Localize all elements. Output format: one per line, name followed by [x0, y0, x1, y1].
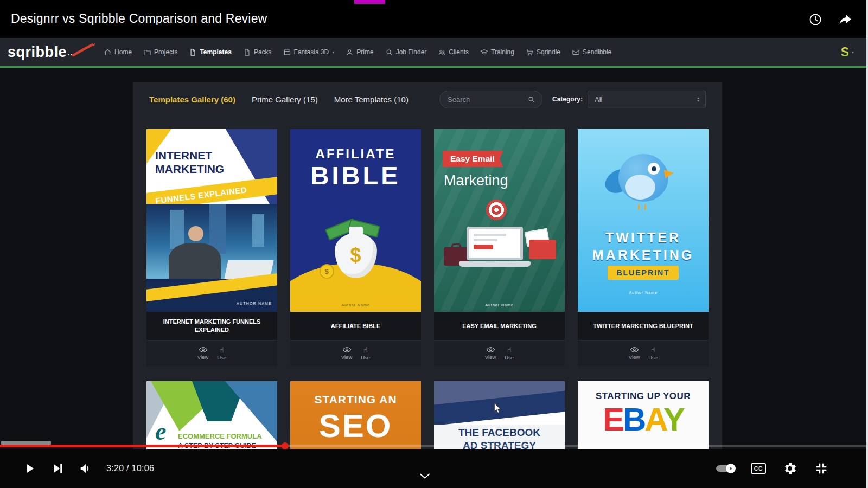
- document-icon: [189, 48, 197, 56]
- card-actions: View ☝ Use: [578, 340, 709, 366]
- pointer-icon: ☝: [363, 346, 368, 354]
- tab-more-templates[interactable]: More Templates (10): [334, 95, 409, 104]
- cover-title: SEO: [290, 407, 421, 445]
- watch-later-button[interactable]: [808, 12, 822, 29]
- template-cover[interactable]: TWITTER MARKETING BLUEPRINT Author Name: [578, 129, 709, 312]
- toggle-knob-icon: [726, 464, 736, 473]
- tab-prime-gallery[interactable]: Prime Gallery (15): [252, 95, 318, 104]
- gallery-tabs: Templates Gallery (60) Prime Gallery (15…: [149, 82, 409, 116]
- nav-item-projects[interactable]: Projects: [143, 48, 177, 56]
- search-icon: [527, 95, 535, 104]
- logo-text: sqribble: [8, 44, 67, 61]
- nav-item-job-finder[interactable]: Job Finder: [385, 48, 427, 56]
- chevron-down-icon: ▾: [852, 50, 854, 55]
- autoplay-toggle[interactable]: [716, 465, 735, 472]
- template-cover[interactable]: Easy Email Marketing: [434, 129, 565, 312]
- chevron-down-icon: ▾: [332, 50, 334, 55]
- card-actions: View ☝ Use: [434, 340, 565, 366]
- sqribble-logo[interactable]: sqribble...: [8, 44, 75, 61]
- use-button[interactable]: ☝ Use: [505, 346, 514, 361]
- collapse-chevron-button[interactable]: [419, 473, 430, 481]
- bird-illustration: [618, 154, 668, 206]
- cover-badge: BLUEPRINT: [578, 266, 709, 280]
- laptop-illustration: [434, 205, 565, 275]
- author-name: Author Name: [578, 291, 709, 294]
- template-cover[interactable]: AFFILIATE BIBLE $ $ Author Name: [290, 129, 421, 312]
- cover-photo: [146, 204, 277, 279]
- template-title: TWITTER MARKETING BLUEPRINT: [578, 312, 709, 340]
- play-icon: [22, 461, 37, 476]
- cover-title: Marketing: [444, 172, 508, 189]
- view-button[interactable]: View: [629, 346, 640, 360]
- pointer-icon: ☝: [220, 346, 224, 354]
- volume-button[interactable]: [78, 461, 93, 476]
- cover-title: TWITTER: [578, 230, 709, 246]
- next-button[interactable]: [50, 461, 65, 476]
- nav-item-fantasia-3d[interactable]: Fantasia 3D ▾: [283, 48, 335, 56]
- nav-item-home[interactable]: Home: [104, 48, 132, 56]
- pencil-icon: [71, 42, 96, 59]
- recorded-browser-strip: [354, 0, 385, 4]
- share-button[interactable]: [838, 12, 853, 29]
- view-button[interactable]: View: [485, 346, 496, 360]
- home-icon: [104, 48, 112, 56]
- nav-item-prime[interactable]: Prime: [346, 48, 373, 56]
- author-name: Author Name: [434, 303, 565, 307]
- template-cover[interactable]: STARTING AN SEO: [290, 381, 421, 449]
- template-title: INTERNET MARKETING FUNNELS EXPLAINED: [146, 312, 277, 340]
- template-cover[interactable]: INTERNET MARKETING FUNNELS EXPLAINED AUT…: [146, 129, 277, 312]
- template-title: AFFILIATE BIBLE: [290, 312, 421, 340]
- account-menu[interactable]: S ▾: [841, 45, 854, 60]
- view-button[interactable]: View: [197, 346, 208, 360]
- category-label: Category:: [552, 95, 583, 103]
- miniplayer-button[interactable]: [814, 461, 829, 476]
- pointer-icon: ☝: [651, 346, 655, 354]
- nav-items: Home Projects Templates Packs Fantasia 3…: [104, 48, 611, 56]
- nav-item-training[interactable]: Training: [480, 48, 514, 56]
- use-button[interactable]: ☝ Use: [361, 346, 370, 361]
- template-grid: INTERNET MARKETING FUNNELS EXPLAINED AUT…: [146, 129, 709, 449]
- video-title: Designrr vs Sqribble Comparison and Revi…: [11, 11, 267, 26]
- progress-bar[interactable]: [0, 445, 868, 447]
- card-actions: View ☝ Use: [290, 340, 421, 366]
- template-card-ecommerce-formula: e ECOMMERCE FORMULA A STEP BY STEP GUIDE: [146, 381, 277, 449]
- eye-icon: [199, 346, 208, 353]
- templates-panel: Templates Gallery (60) Prime Gallery (15…: [133, 82, 722, 449]
- player-controls: 3:20 / 10:06 CC: [0, 449, 868, 488]
- search-input[interactable]: [448, 95, 527, 104]
- graduation-cap-icon: [480, 48, 488, 56]
- template-cover[interactable]: STARTING UP YOUR EBAY: [578, 381, 709, 449]
- template-cover[interactable]: e ECOMMERCE FORMULA A STEP BY STEP GUIDE: [146, 381, 277, 449]
- box-icon: [283, 48, 291, 56]
- category-dropdown[interactable]: All ▲ ▼: [588, 91, 706, 108]
- nav-item-clients[interactable]: Clients: [438, 48, 469, 56]
- app-navbar: sqribble... Home Projects Templates Pack…: [0, 38, 868, 68]
- cc-icon: CC: [751, 463, 766, 474]
- captions-button[interactable]: CC: [751, 463, 766, 474]
- eye-icon: [342, 346, 352, 353]
- cover-title: STARTING UP YOUR: [578, 391, 709, 402]
- player-top-icons: [808, 12, 853, 29]
- cover-title: EBAY: [578, 401, 709, 438]
- use-button[interactable]: ☝ Use: [217, 346, 226, 361]
- nav-item-sendibble[interactable]: Sendibble: [572, 48, 611, 56]
- play-button[interactable]: [22, 461, 37, 476]
- view-button[interactable]: View: [341, 346, 352, 360]
- card-actions: View ☝ Use: [146, 340, 277, 366]
- settings-button[interactable]: [782, 461, 797, 476]
- cover-title: STARTING AN: [290, 393, 421, 406]
- share-arrow-icon: [838, 12, 853, 27]
- author-name: Author Name: [290, 303, 421, 307]
- template-card-internet-marketing: INTERNET MARKETING FUNNELS EXPLAINED AUT…: [146, 129, 277, 366]
- template-title: EASY EMAIL MARKETING: [434, 312, 565, 340]
- person-icon: [346, 48, 354, 56]
- nav-item-packs[interactable]: Packs: [243, 48, 272, 56]
- nav-item-templates[interactable]: Templates: [189, 48, 231, 56]
- tab-templates-gallery[interactable]: Templates Gallery (60): [149, 95, 235, 104]
- use-button[interactable]: ☝ Use: [648, 346, 658, 361]
- money-bag-illustration: $ $: [335, 233, 377, 278]
- time-display: 3:20 / 10:06: [106, 464, 154, 473]
- search-box[interactable]: [439, 91, 542, 108]
- template-card-twitter-marketing: TWITTER MARKETING BLUEPRINT Author Name …: [578, 129, 709, 366]
- nav-item-sqrindle[interactable]: Sqrindle: [526, 48, 560, 56]
